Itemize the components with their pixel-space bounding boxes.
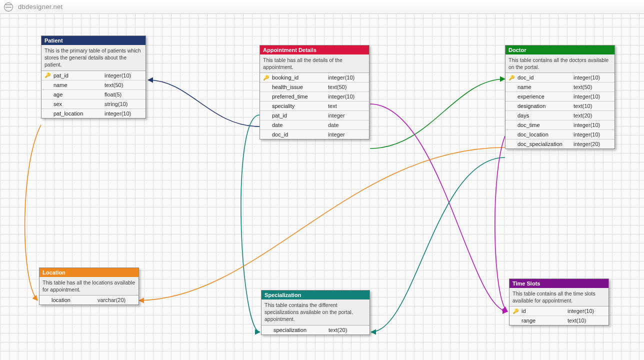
column-type: text(50): [328, 84, 367, 90]
table-location[interactable]: Location This table has all the location…: [39, 268, 139, 305]
column-type: integer(10): [568, 308, 606, 314]
column-row[interactable]: 🔑nametext(50): [506, 82, 614, 92]
column-row[interactable]: 🔑daystext(20): [506, 110, 614, 120]
column-name: speciality: [272, 103, 326, 109]
column-name: preferred_time: [272, 94, 326, 100]
table-columns: 🔑idinteger(10)🔑rangetext(10): [510, 306, 608, 325]
column-row[interactable]: 🔑doc_idinteger(10): [506, 73, 614, 82]
table-description: This table contains the different specia…: [262, 300, 370, 326]
table-description: This table contains all the doctors avai…: [506, 54, 614, 73]
column-name: name: [518, 84, 572, 90]
column-row[interactable]: 🔑health_issuetext(50): [260, 82, 369, 92]
brand-label: dbdesigner.net: [18, 3, 63, 10]
column-name: pat_id: [54, 72, 102, 78]
column-row[interactable]: 🔑pat_idinteger(10): [42, 71, 146, 80]
column-type: text(10): [574, 103, 612, 109]
column-row[interactable]: 🔑pat_locationinteger(10): [42, 108, 146, 118]
column-type: string(10): [104, 101, 144, 107]
column-row[interactable]: 🔑idinteger(10): [510, 306, 608, 316]
table-header[interactable]: Specialization: [262, 290, 370, 300]
table-patient[interactable]: Patient This is the primary table of pat…: [41, 36, 146, 118]
column-row[interactable]: 🔑datedate: [260, 120, 369, 130]
table-columns: 🔑specializationtext(20): [262, 326, 370, 334]
column-name: doc_id: [272, 132, 326, 138]
column-row[interactable]: 🔑specializationtext(20): [262, 326, 370, 334]
column-type: float(5): [104, 92, 144, 98]
column-row[interactable]: 🔑pat_idinteger: [260, 110, 369, 120]
column-type: integer(10): [104, 72, 144, 78]
column-type: integer(10): [574, 132, 612, 138]
column-row[interactable]: 🔑rangetext(10): [510, 316, 608, 325]
column-type: text(50): [574, 84, 612, 90]
column-type: integer: [328, 132, 367, 138]
column-row[interactable]: 🔑designationtext(10): [506, 101, 614, 110]
column-type: date: [328, 122, 367, 128]
table-header[interactable]: Doctor: [506, 46, 614, 54]
column-row[interactable]: 🔑doc_idinteger: [260, 130, 369, 139]
column-row[interactable]: 🔑preferred_timeinteger(10): [260, 92, 369, 101]
table-doctor[interactable]: Doctor This table contains all the docto…: [505, 45, 615, 149]
column-row[interactable]: 🔑experienceinteger(10): [506, 92, 614, 101]
key-icon: 🔑: [44, 72, 52, 78]
table-header[interactable]: Patient: [42, 36, 146, 45]
table-description: This table has all the details of the ap…: [260, 54, 369, 73]
column-name: id: [522, 308, 566, 314]
column-name: booking_id: [272, 74, 326, 80]
table-header[interactable]: Location: [40, 268, 138, 277]
column-type: integer(10): [328, 74, 367, 80]
table-appointment[interactable]: Appointment Details This table has all t…: [260, 45, 370, 140]
column-name: location: [52, 297, 96, 303]
column-row[interactable]: 🔑doc_specializationinteger(20): [506, 139, 614, 148]
table-columns: 🔑booking_idinteger(10)🔑health_issuetext(…: [260, 73, 369, 139]
column-type: integer(10): [574, 94, 612, 100]
table-description: This table contains all the time slots a…: [510, 288, 608, 306]
column-type: text: [328, 103, 367, 109]
column-type: text(20): [574, 112, 612, 118]
column-row[interactable]: 🔑specialitytext: [260, 101, 369, 110]
column-type: integer(20): [574, 141, 612, 147]
database-icon: [4, 2, 13, 12]
key-icon: 🔑: [508, 75, 516, 80]
table-timeslots[interactable]: Time Slots This table contains all the t…: [509, 278, 609, 326]
column-name: days: [518, 112, 572, 118]
table-columns: 🔑pat_idinteger(10)🔑nametext(50)🔑agefloat…: [42, 71, 146, 118]
column-name: pat_location: [54, 110, 102, 116]
column-name: experience: [518, 94, 572, 100]
column-type: integer(10): [328, 94, 367, 100]
column-type: varchar(20): [98, 297, 136, 303]
column-name: specialization: [274, 327, 326, 333]
column-row[interactable]: 🔑nametext(50): [42, 80, 146, 90]
table-description: This table has all the locations availab…: [40, 277, 138, 296]
column-row[interactable]: 🔑booking_idinteger(10): [260, 73, 369, 82]
column-name: date: [272, 122, 326, 128]
column-type: text(10): [568, 318, 606, 324]
column-name: range: [522, 318, 566, 324]
column-row[interactable]: 🔑agefloat(5): [42, 90, 146, 99]
column-row[interactable]: 🔑doc_locationinteger(10): [506, 130, 614, 139]
column-name: health_issue: [272, 84, 326, 90]
column-type: integer(10): [574, 74, 612, 80]
column-type: text(20): [328, 327, 368, 333]
column-name: designation: [518, 103, 572, 109]
column-row[interactable]: 🔑doc_timeinteger(10): [506, 120, 614, 130]
column-name: sex: [54, 101, 102, 107]
column-row[interactable]: 🔑sexstring(10): [42, 99, 146, 108]
key-icon: 🔑: [512, 308, 520, 314]
column-type: integer(10): [104, 110, 144, 116]
column-row[interactable]: 🔑locationvarchar(20): [40, 296, 138, 304]
column-name: name: [54, 82, 102, 88]
column-type: integer(10): [574, 122, 612, 128]
column-name: pat_id: [272, 112, 326, 118]
column-name: doc_location: [518, 132, 572, 138]
column-type: text(50): [104, 82, 144, 88]
table-specialization[interactable]: Specialization This table contains the d…: [261, 290, 370, 335]
column-name: doc_time: [518, 122, 572, 128]
top-bar: dbdesigner.net: [0, 0, 644, 14]
table-header[interactable]: Appointment Details: [260, 46, 369, 54]
table-header[interactable]: Time Slots: [510, 279, 608, 288]
column-name: doc_id: [518, 74, 572, 80]
table-columns: 🔑doc_idinteger(10)🔑nametext(50)🔑experien…: [506, 73, 614, 148]
column-name: doc_specialization: [518, 141, 572, 147]
column-name: age: [54, 92, 102, 98]
table-columns: 🔑locationvarchar(20): [40, 296, 138, 304]
